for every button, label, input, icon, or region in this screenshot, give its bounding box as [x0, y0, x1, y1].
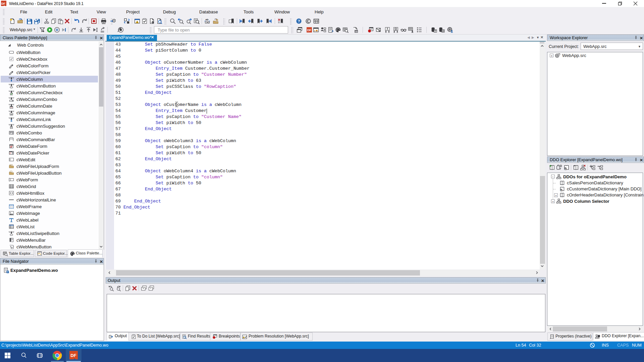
svg-text:?: ? — [298, 19, 300, 23]
svg-text:DF: DF — [307, 28, 312, 32]
svg-text:m: m — [560, 189, 562, 191]
svg-text:m: m — [565, 168, 567, 170]
svg-text:DF: DF — [70, 353, 76, 358]
svg-text:DF: DF — [1, 2, 5, 5]
svg-text:ab: ab — [205, 18, 208, 21]
